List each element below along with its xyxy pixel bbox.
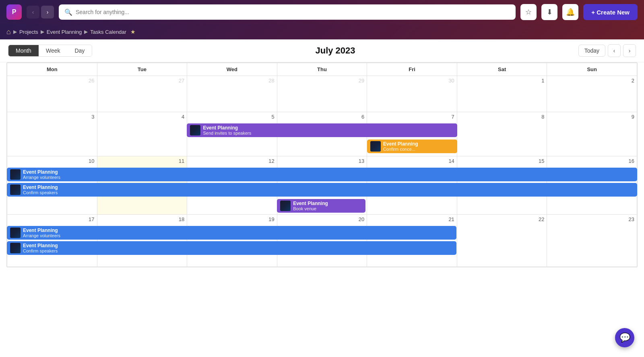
event-thumb-send-invites [190, 125, 200, 135]
day-cell-jul20[interactable]: 20 [277, 215, 367, 267]
event-text-arrange-w3: Event Planning Arrange volunteers [23, 169, 60, 180]
day-cell-jul9[interactable]: 9 [547, 112, 637, 156]
day-header-thu: Thu [277, 63, 367, 76]
day-cell-jul1[interactable]: 1 [457, 76, 547, 112]
breadcrumb-home[interactable]: ⌂ [6, 28, 11, 36]
breadcrumb-sep-3: ▶ [84, 29, 88, 35]
tab-day[interactable]: Day [67, 45, 92, 56]
event-confirm-speakers-w3[interactable]: Event Planning Confirm speakers [7, 183, 637, 197]
event-text-arrange-w4: Event Planning Arrange volunteers [23, 228, 60, 238]
event-arrange-volunteers-w4[interactable]: Event Planning Arrange volunteers [7, 226, 456, 240]
event-thumb-book-venue [280, 201, 291, 211]
event-confirm-speakers-w4[interactable]: Event Planning Confirm speakers [7, 241, 456, 255]
breadcrumb-event-planning[interactable]: Event Planning [47, 29, 82, 35]
day-cell-jul18[interactable]: 18 [97, 215, 188, 267]
day-cell-jul23[interactable]: 23 [547, 215, 637, 267]
day-header-sat: Sat [457, 63, 547, 76]
event-text-confirm-conce: Event Planning Confirm conce... [383, 141, 418, 152]
event-send-invites[interactable]: Event Planning Send invites to speakers [187, 123, 457, 137]
nav-back-button[interactable]: ‹ [27, 6, 39, 18]
day-cell-jun26[interactable]: 26 [7, 76, 97, 112]
event-text-send-invites: Event Planning Send invites to speakers [203, 125, 251, 135]
next-month-button[interactable]: › [623, 44, 636, 57]
day-cell-jul3[interactable]: 3 [7, 112, 97, 156]
day-cell-jun29[interactable]: 29 [277, 76, 367, 112]
prev-month-button[interactable]: ‹ [608, 44, 621, 57]
calendar-toolbar: Month Week Day July 2023 Today ‹ › [0, 39, 644, 62]
event-text-book-venue: Event Planning Book venue [293, 201, 328, 211]
event-arrange-volunteers-w3[interactable]: Event Planning Arrange volunteers [7, 168, 637, 181]
week-1: 26 27 28 29 30 1 2 [7, 76, 637, 112]
nav-arrows: ‹ › [27, 6, 54, 18]
nav-forward-button[interactable]: › [41, 6, 54, 18]
breadcrumb-sep-1: ▶ [13, 29, 17, 35]
event-text-confirm-w4: Event Planning Confirm speakers [23, 243, 58, 253]
day-cell-jul4[interactable]: 4 [97, 112, 188, 156]
day-cell-jul17[interactable]: 17 [7, 215, 97, 267]
search-input[interactable] [76, 9, 510, 15]
day-cell-jun30[interactable]: 30 [367, 76, 457, 112]
top-nav: P ‹ › 🔍 ☆ ⬇ 🔔 + Create New [0, 0, 644, 24]
today-button[interactable]: Today [578, 45, 605, 57]
day-header-wed: Wed [187, 63, 277, 76]
day-header-sun: Sun [547, 63, 637, 76]
tab-month[interactable]: Month [8, 45, 39, 56]
breadcrumb-favorite-star[interactable]: ★ [130, 29, 136, 35]
day-cell-jun27[interactable]: 27 [97, 76, 188, 112]
notification-button[interactable]: 🔔 [562, 4, 578, 20]
tab-week[interactable]: Week [39, 45, 68, 56]
event-thumb-confirm-w3 [10, 185, 21, 195]
event-thumb-confirm-w4 [10, 243, 21, 253]
download-button[interactable]: ⬇ [541, 4, 557, 20]
week-4: 17 18 19 20 21 22 23 [7, 215, 637, 267]
breadcrumb-tasks-calendar[interactable]: Tasks Calendar [90, 29, 126, 35]
day-cell-jul8[interactable]: 8 [457, 112, 547, 156]
event-book-venue[interactable]: Event Planning Book venue [277, 199, 365, 213]
search-icon: 🔍 [64, 8, 72, 16]
day-cell-jul2[interactable]: 2 [547, 76, 637, 112]
day-cell-jul19[interactable]: 19 [187, 215, 277, 267]
create-new-button[interactable]: + Create New [583, 4, 638, 20]
day-cell-jul22[interactable]: 22 [457, 215, 547, 267]
star-button[interactable]: ☆ [520, 4, 537, 20]
day-header-fri: Fri [367, 63, 457, 76]
week-2-container: 3 4 5 6 7 8 9 Event Planning Send invite… [7, 112, 637, 156]
week-3-container: 10 11 12 13 14 15 16 Event Planning Arra… [7, 156, 637, 215]
day-header-tue: Tue [97, 63, 188, 76]
day-cell-jun28[interactable]: 28 [187, 76, 277, 112]
search-bar: 🔍 [59, 4, 516, 20]
calendar-wrapper: Mon Tue Wed Thu Fri Sat Sun 26 27 28 29 … [6, 62, 638, 267]
app-logo[interactable]: P [6, 4, 22, 20]
breadcrumb-bar: ⌂ ▶ Projects ▶ Event Planning ▶ Tasks Ca… [0, 24, 644, 39]
day-header-mon: Mon [7, 63, 97, 76]
event-thumb-arrange-w4 [10, 228, 21, 238]
event-thumb-arrange-w3 [10, 169, 21, 180]
event-text-confirm-w3: Event Planning Confirm speakers [23, 185, 58, 195]
event-thumb-confirm-conce [370, 141, 381, 152]
day-cell-jul21[interactable]: 21 [367, 215, 457, 267]
breadcrumb-projects[interactable]: Projects [19, 29, 38, 35]
day-headers: Mon Tue Wed Thu Fri Sat Sun [7, 63, 637, 76]
week-4-container: 17 18 19 20 21 22 23 Event Planning Arra… [7, 215, 637, 267]
breadcrumb-sep-2: ▶ [41, 29, 44, 35]
event-confirm-conce[interactable]: Event Planning Confirm conce... [367, 140, 457, 153]
calendar-title: July 2023 [92, 45, 578, 56]
view-tabs: Month Week Day [8, 45, 92, 57]
